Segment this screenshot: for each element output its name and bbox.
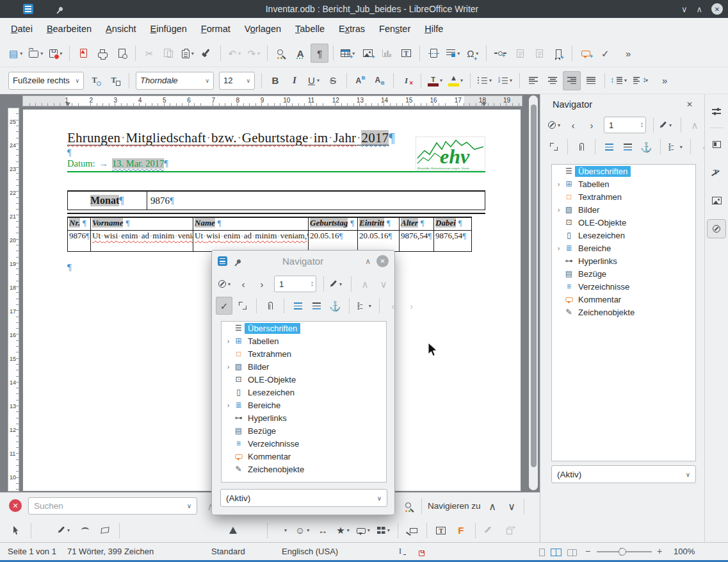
subscript-button[interactable] <box>371 71 389 90</box>
stars-and-banners-dropdown-arrow[interactable]: ▾ <box>347 527 350 533</box>
sidebar-tab-page[interactable] <box>707 135 726 154</box>
menu-extras[interactable]: Extras <box>332 19 372 38</box>
menu-vorlagen[interactable]: Vorlagen <box>238 19 288 38</box>
sidebar-tab-gallery[interactable] <box>707 191 726 210</box>
previous-entry-button[interactable]: ‹ <box>565 116 581 134</box>
header-toggle-button[interactable] <box>601 138 617 156</box>
highlight-color-dropdown-arrow[interactable]: ▾ <box>460 78 463 83</box>
navigator-item-hyperlinks[interactable]: ⊶Hyperlinks <box>552 254 695 267</box>
navigator-item-bookmarks[interactable]: ▯Lesezeichen <box>222 386 386 399</box>
anchor-text-toggle-button[interactable]: ⚓ <box>638 138 655 156</box>
vertical-scrollbar[interactable] <box>529 95 538 490</box>
zoom-level[interactable]: 100% <box>674 547 695 556</box>
bold-button[interactable]: B <box>266 71 284 90</box>
toolbar-overflow-button[interactable]: » <box>656 71 674 90</box>
paragraph-style-combo[interactable]: Fußzeile rechts∨ <box>8 72 84 90</box>
redo-dropdown-arrow[interactable]: ▾ <box>257 51 260 56</box>
navigator-item-comments[interactable]: Kommentar <box>552 293 695 306</box>
expander-icon[interactable]: › <box>554 206 563 213</box>
edit-entry-button[interactable]: ▾ <box>329 275 346 293</box>
sidebar-tab-styles[interactable] <box>707 163 726 182</box>
search-input[interactable]: Suchen ∨ <box>28 497 197 515</box>
horizontal-ruler[interactable]: 12345678910111213141516171819 <box>22 95 522 106</box>
expander-icon[interactable]: › <box>224 401 232 409</box>
status-page-style[interactable]: Standard <box>211 547 245 556</box>
symbol-shapes-dropdown-arrow[interactable]: ▾ <box>307 527 309 533</box>
menu-datei[interactable]: Datei <box>4 19 40 38</box>
navigator-item-images[interactable]: ›▧Bilder <box>222 360 386 373</box>
spelling-button[interactable]: A <box>291 44 309 63</box>
align-right-button[interactable] <box>563 71 581 90</box>
menu-format[interactable]: Format <box>194 19 238 38</box>
triangle-tool-button[interactable] <box>224 521 242 540</box>
navigator-item-references[interactable]: ▤Bezüge <box>222 424 386 437</box>
navigator-item-tables[interactable]: ›⊞Tabellen <box>222 335 386 347</box>
font-color-button[interactable]: ▾ <box>426 71 445 90</box>
fontwork-button[interactable]: F <box>452 521 470 540</box>
edit-entry-dropdown-arrow[interactable]: ▾ <box>669 122 672 128</box>
line-callout-button[interactable] <box>403 521 421 540</box>
insert-field-dropdown-arrow[interactable]: ▾ <box>457 51 460 56</box>
insert-field-button[interactable]: ▾ <box>444 44 462 63</box>
underline-button[interactable]: U▾ <box>305 71 323 90</box>
select-tool-button[interactable] <box>8 521 26 540</box>
font-name-combo[interactable]: Thorndale∨ <box>136 72 214 90</box>
header-toggle-button[interactable] <box>289 297 306 315</box>
menu-tabelle[interactable]: Tabelle <box>288 19 332 38</box>
open-file-dropdown-arrow[interactable]: ▾ <box>40 51 43 56</box>
next-entry-button[interactable]: › <box>254 275 270 293</box>
print-preview-button[interactable] <box>113 44 131 63</box>
navigator-item-comments[interactable]: Kommentar <box>222 450 386 463</box>
paragraph-spacing-dropdown-arrow[interactable]: ▾ <box>645 78 648 83</box>
toggle-master-view-button[interactable] <box>546 138 562 156</box>
navigate-previous-button[interactable]: ∧ <box>484 498 501 515</box>
navigator-floating-window[interactable]: Navigator ∧ ✕ ▾‹›1▴▾▾∧∨ ✓⚓▾‹› ☰Überschri… <box>211 250 395 515</box>
superscript-button[interactable] <box>352 71 369 90</box>
previous-entry-button[interactable]: ‹ <box>235 275 252 293</box>
right-triangle-tool-button[interactable] <box>244 521 262 540</box>
navigation-toggle-button[interactable]: ▾ <box>546 116 563 134</box>
flowchart-shapes-dropdown-arrow[interactable]: ▾ <box>387 527 390 533</box>
line-tool-button[interactable] <box>36 521 54 540</box>
window-titlebar[interactable]: Inventar.odb : Bericht_Jub_beides - Libr… <box>0 0 728 18</box>
close-navigator-button[interactable]: ✕ <box>376 255 389 267</box>
navigator-item-drawing-objects[interactable]: ✎Zeichenobjekte <box>222 463 386 475</box>
align-center-button[interactable] <box>544 71 562 90</box>
navigator-item-images[interactable]: ›▧Bilder <box>552 203 695 216</box>
undo-dropdown-arrow[interactable]: ▾ <box>238 51 241 56</box>
maximize-button[interactable]: ∧ <box>696 4 702 14</box>
navigator-item-sections[interactable]: ›≣Bereiche <box>222 399 386 411</box>
navigator-item-sections[interactable]: ›≣Bereiche <box>552 242 695 254</box>
find-and-replace-button[interactable] <box>272 44 290 63</box>
circle-tool-button[interactable] <box>204 521 222 540</box>
monat-table[interactable]: Monat¶ 9876¶ <box>67 190 485 210</box>
rounded-rectangle-tool-button[interactable] <box>145 521 163 540</box>
insert-special-character-button[interactable]: Ω+▾ <box>464 44 481 63</box>
page-spinner[interactable]: 1▴▾ <box>604 117 646 133</box>
next-entry-button[interactable]: › <box>583 116 600 134</box>
scrollbar-thumb[interactable] <box>531 104 537 467</box>
paragraph-spacing-button[interactable]: ▾ <box>631 71 651 90</box>
highlight-color-button[interactable]: ▾ <box>446 71 465 90</box>
block-arrows-button[interactable]: ↔ <box>314 521 332 540</box>
menu-ansicht[interactable]: Ansicht <box>99 19 143 38</box>
edit-entry-dropdown-arrow[interactable]: ▾ <box>339 281 342 287</box>
insert-textbox-draw-button[interactable] <box>432 521 450 540</box>
insert-image-button[interactable]: + <box>359 44 376 63</box>
new-style-button[interactable] <box>106 71 124 90</box>
status-page-count[interactable]: Seite 1 von 1 <box>8 547 56 556</box>
insert-table-button[interactable]: +▾ <box>338 44 357 63</box>
menu-hilfe[interactable]: Hilfe <box>417 19 450 38</box>
navigator-item-hyperlinks[interactable]: ⊶Hyperlinks <box>222 411 386 424</box>
expander-icon[interactable]: › <box>554 244 563 252</box>
polygon-tool-button[interactable] <box>96 521 114 540</box>
navigator-item-references[interactable]: ▤Bezüge <box>552 267 695 280</box>
sidebar-tab-properties[interactable] <box>707 102 726 121</box>
formatting-marks-button[interactable]: ¶ <box>311 44 328 63</box>
zoom-out-button[interactable]: − <box>585 546 590 556</box>
ehv-logo[interactable]: ehv Ehrwalder Heimatmuseum eingetr. Vere… <box>416 136 485 170</box>
navigator-item-indexes[interactable]: ≡Verzeichnisse <box>552 280 695 293</box>
outline-level-dropdown-arrow[interactable]: ▾ <box>369 303 371 309</box>
open-file-button[interactable]: ▾ <box>26 44 45 63</box>
strikethrough-button[interactable]: S <box>324 71 342 90</box>
